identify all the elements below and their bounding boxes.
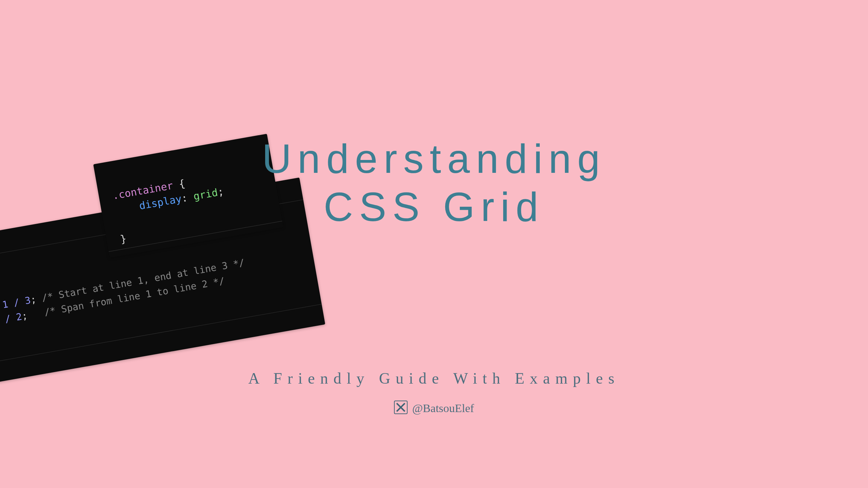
slide: { d-column: 1 / 3; /* Start at line 1, e… <box>0 0 868 488</box>
code-text: } <box>119 232 127 245</box>
page-subtitle: A Friendly Guide With Examples <box>0 369 868 387</box>
author-handle: @BatsouElef <box>0 401 868 415</box>
title-line-2: CSS Grid <box>324 184 545 229</box>
code-text: 1 / 2 <box>0 311 23 327</box>
handle-text: @BatsouElef <box>412 402 474 414</box>
page-title: Understanding CSS Grid <box>0 135 868 231</box>
title-line-1: Understanding <box>262 136 606 181</box>
x-logo-icon <box>394 401 408 414</box>
code-text: 1 / 3 <box>1 294 32 310</box>
